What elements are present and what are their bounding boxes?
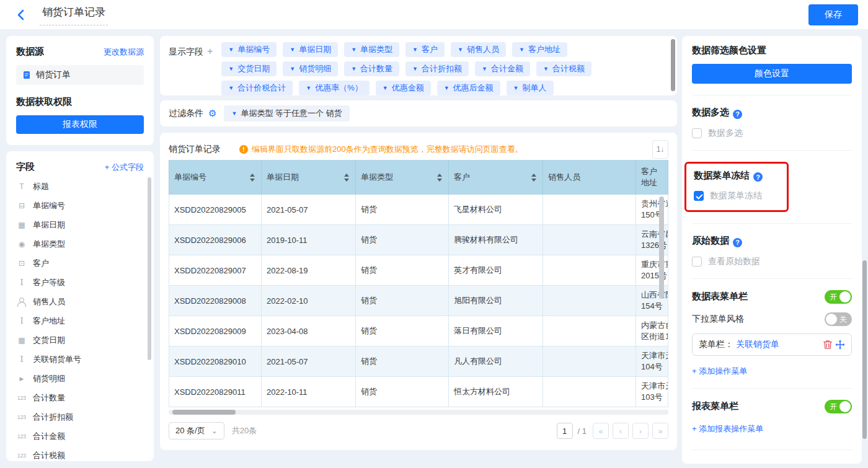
column-header[interactable]: 销售人员	[543, 160, 636, 195]
fields-scrollbar[interactable]	[148, 177, 151, 360]
column-header[interactable]: 单据日期	[262, 160, 356, 195]
display-field-tag[interactable]: ▼客户地址	[512, 42, 567, 57]
sort-button[interactable]: 1↓	[652, 140, 668, 159]
menu-freeze-checkbox[interactable]	[694, 191, 704, 201]
table-row[interactable]: XSDD202208290062019-10-11销货腾骏材料有限公司云南省昆1…	[169, 225, 668, 255]
field-item[interactable]: T标题	[16, 177, 144, 196]
display-field-tag[interactable]: ▼合计税额	[536, 61, 591, 76]
field-item[interactable]: 123合计金额	[16, 426, 144, 446]
field-item[interactable]: 123合计折扣额	[16, 407, 144, 426]
page-size-select[interactable]: 20 条/页 ⌄	[169, 422, 224, 439]
save-button[interactable]: 保存	[808, 4, 858, 25]
display-field-tag[interactable]: ▼单据编号	[221, 42, 277, 57]
field-item[interactable]: Ⅰ关联销货单号	[16, 350, 144, 369]
change-datasource-link[interactable]: 更改数据源	[104, 46, 144, 58]
help-icon[interactable]	[733, 110, 742, 119]
table-row[interactable]: XSDD202208290102021-05-07销货凡人有限公司天津市天104…	[169, 347, 668, 377]
display-field-tag[interactable]: ▼销售人员	[451, 42, 506, 57]
report-menubar-title: 报表菜单栏	[692, 400, 738, 412]
field-item[interactable]: ▦交货日期	[16, 330, 144, 350]
sort-arrows-icon[interactable]	[437, 174, 442, 182]
display-field-tag[interactable]: ▼优惠金额	[376, 81, 431, 95]
column-header[interactable]: 单据类型	[356, 160, 449, 195]
display-field-tag[interactable]: ▼单据类型	[344, 42, 399, 57]
table-body: XSDD202208290052021-05-07销货飞星材料公司贵州省遵150…	[169, 195, 668, 407]
field-item-label: 客户	[33, 258, 49, 269]
add-formula-field-link[interactable]: + 公式字段	[105, 162, 144, 173]
table-row[interactable]: XSDD202208290092023-04-08销货落日有限公司内蒙古自区街道…	[169, 316, 668, 347]
sort-arrows-icon[interactable]	[344, 174, 349, 182]
add-display-field-button[interactable]: +	[207, 46, 213, 56]
table-row[interactable]: XSDD202208290072022-08-19销货英才有限公司重庆市重201…	[169, 255, 668, 286]
color-settings-button[interactable]: 颜色设置	[692, 64, 852, 84]
report-menubar-toggle[interactable]: 开	[825, 400, 852, 413]
raw-data-checkbox[interactable]	[692, 257, 702, 267]
display-field-tag[interactable]: ▼客户	[405, 42, 445, 57]
display-field-tag[interactable]: ▼优惠率（%）	[299, 81, 369, 95]
field-item[interactable]: ▦单据日期	[16, 215, 144, 234]
table-cell: XSDD20220829005	[169, 195, 262, 225]
menu-item-value[interactable]: 关联销货单	[736, 339, 820, 350]
table-hscrollbar-thumb[interactable]	[172, 410, 236, 415]
field-item[interactable]: ⊡客户	[16, 254, 144, 273]
prev-page-button[interactable]: ‹	[613, 423, 629, 439]
add-report-action-menu-link[interactable]: + 添加报表操作菜单	[692, 423, 852, 435]
display-field-tag[interactable]: ▼优惠后金额	[437, 81, 500, 95]
text-icon: Ⅰ	[16, 278, 27, 288]
last-page-button[interactable]: »	[652, 423, 668, 439]
sort-arrows-icon[interactable]	[531, 174, 536, 182]
display-field-tag[interactable]: ▼交货日期	[221, 61, 277, 76]
column-header[interactable]: 客户	[449, 160, 543, 195]
datasource-item[interactable]: 销货订单	[16, 65, 144, 85]
filter-condition-tag[interactable]: ▼ 单据类型 等于任意一个 销货	[224, 105, 349, 121]
table-cell: XSDD20220829007	[169, 255, 262, 286]
display-field-tag-label: 合计折扣额	[422, 63, 462, 74]
table-menubar-toggle[interactable]: 开	[825, 290, 852, 304]
field-item[interactable]: 销售人员	[16, 292, 144, 311]
table-hscrollbar-track[interactable]	[169, 410, 668, 415]
display-field-tag[interactable]: ▼合计折扣额	[405, 61, 469, 76]
display-fields-scrollbar[interactable]	[671, 39, 675, 91]
field-item[interactable]: ▶销货明细	[16, 369, 144, 388]
help-icon[interactable]	[733, 238, 742, 247]
field-item[interactable]: ◉单据类型	[16, 234, 144, 254]
field-item[interactable]: 123合计数量	[16, 388, 144, 407]
menu-freeze-checkbox-row[interactable]: 数据菜单冻结	[694, 190, 779, 201]
address-line: 103号	[641, 392, 663, 403]
page-scrollbar[interactable]	[862, 260, 867, 439]
table-cell-address: 内蒙古自区街道1	[636, 316, 668, 347]
field-item[interactable]: 123合计税额	[16, 446, 144, 461]
page-input[interactable]: 1	[557, 423, 573, 439]
display-field-tag[interactable]: ▼单据日期	[283, 42, 338, 57]
total-pages: / 1	[578, 426, 587, 436]
table-vscrollbar[interactable]	[659, 196, 664, 299]
display-field-tag[interactable]: ▼合计价税合计	[221, 81, 293, 95]
column-header[interactable]: 单据编号	[169, 160, 262, 195]
display-field-tag[interactable]: ▼合计数量	[344, 61, 399, 76]
add-action-menu-link[interactable]: + 添加操作菜单	[692, 366, 852, 377]
multi-select-checkbox-row[interactable]: 数据多选	[692, 128, 852, 139]
raw-data-checkbox-row[interactable]: 查看原始数据	[692, 256, 852, 267]
gear-icon[interactable]: ⚙	[208, 108, 216, 119]
field-item[interactable]: ⊟单据编号	[16, 196, 144, 215]
dropdown-style-toggle[interactable]: 关	[825, 312, 852, 326]
next-page-button[interactable]: ›	[632, 423, 649, 439]
back-button[interactable]	[16, 8, 30, 22]
display-field-tag[interactable]: ▼制单人	[507, 81, 554, 95]
move-menu-button[interactable]	[835, 340, 845, 350]
field-item[interactable]: Ⅰ客户等级	[16, 273, 144, 292]
table-row[interactable]: XSDD202208290082022-02-10销货旭阳有限公司山西省阳154…	[169, 286, 668, 316]
sort-arrows-icon[interactable]	[250, 174, 255, 182]
multi-select-checkbox[interactable]	[692, 128, 702, 138]
delete-menu-button[interactable]	[823, 340, 833, 350]
table-row[interactable]: XSDD202208290052021-05-07销货飞星材料公司贵州省遵150…	[169, 195, 668, 225]
first-page-button[interactable]: «	[593, 423, 609, 439]
display-field-tag[interactable]: ▼合计金额	[475, 61, 530, 76]
display-field-tag[interactable]: ▼销货明细	[283, 61, 338, 76]
field-item[interactable]: Ⅰ客户地址	[16, 311, 144, 330]
table-row[interactable]: XSDD202208290112022-10-11销货恒太方材料公司天津市天10…	[169, 377, 668, 407]
report-permission-button[interactable]: 报表权限	[16, 115, 144, 134]
column-header[interactable]: 客户地址	[636, 160, 668, 195]
help-icon[interactable]	[753, 172, 763, 182]
sort-desc-icon	[437, 179, 442, 182]
